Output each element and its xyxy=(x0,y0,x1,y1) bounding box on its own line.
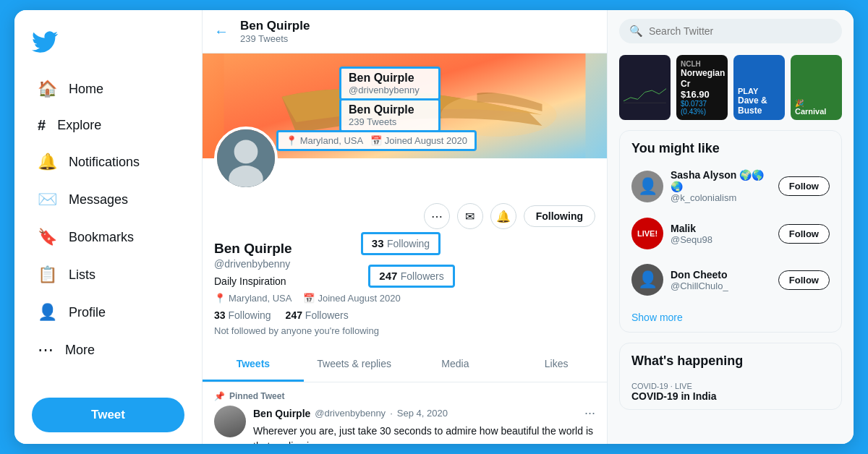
suggestion-name-3: Don Cheeto xyxy=(671,269,771,280)
profile-avatar xyxy=(214,127,278,190)
notifications-bell-button[interactable]: 🔔 xyxy=(490,203,516,229)
sidebar-item-home[interactable]: 🏠 Home xyxy=(20,71,196,107)
suggestion-handle-3: @ChillChulo_ xyxy=(671,280,771,291)
back-button[interactable]: ← xyxy=(214,23,229,40)
topbar-name: Ben Quirple xyxy=(240,19,310,33)
sidebar-item-label: Notifications xyxy=(69,155,140,170)
follow-button-2[interactable]: Follow xyxy=(778,224,830,244)
tweet-button[interactable]: Tweet xyxy=(32,398,184,432)
twitter-logo[interactable] xyxy=(14,22,202,71)
profile-handle: @drivenbybenny xyxy=(214,258,595,270)
happening-title-1: COVID-19 in India xyxy=(631,390,830,402)
sidebar-item-profile[interactable]: 👤 Profile xyxy=(20,294,196,330)
suggestion-name-2: Malik xyxy=(671,223,771,234)
profile-bio: Daily Inspiration xyxy=(214,275,595,287)
sidebar-item-label: Bookmarks xyxy=(69,230,134,245)
whats-happening-title: What's happening xyxy=(620,343,841,374)
profile-actions: ⋯ ✉ 🔔 Following 33 Following 247 Followe… xyxy=(203,196,607,235)
mail-icon: ✉️ xyxy=(38,190,57,209)
profile-tabs: Tweets Tweets & replies Media Likes xyxy=(203,348,607,382)
sidebar-item-label: Lists xyxy=(69,267,95,283)
tab-likes[interactable]: Likes xyxy=(506,348,607,382)
suggestion-info-1: Sasha Alyson 🌍🌎🌏 @k_colonialism xyxy=(671,169,771,203)
more-actions-button[interactable]: ⋯ xyxy=(424,203,450,229)
suggestion-item-2: LIVE! Malik @Sequ98 Follow xyxy=(620,210,841,257)
pinned-label: 📌 Pinned Tweet xyxy=(214,391,595,401)
bookmark-icon: 🔖 xyxy=(38,228,57,247)
location-meta: 📍 Maryland, USA xyxy=(214,293,292,304)
tab-tweets[interactable]: Tweets xyxy=(203,348,304,382)
tweet-avatar xyxy=(214,406,246,437)
pinned-tweet: 📌 Pinned Tweet Ben Quirple @drivenbybenn… xyxy=(203,382,607,444)
calendar-icon: 📅 xyxy=(303,293,315,304)
suggestion-handle-2: @Sequ98 xyxy=(671,234,771,245)
app-window: 🏠 Home # Explore 🔔 Notifications ✉️ Mess… xyxy=(14,10,854,444)
sidebar-item-notifications[interactable]: 🔔 Notifications xyxy=(20,144,196,180)
tweet-author-info: Ben Quirple @drivenbybenny · Sep 4, 2020 xyxy=(253,408,448,419)
topbar-tweet-count: 239 Tweets xyxy=(240,33,310,44)
location-icon: 📍 xyxy=(214,293,226,304)
follow-button-3[interactable]: Follow xyxy=(778,270,830,290)
suggestion-info-3: Don Cheeto @ChillChulo_ xyxy=(671,269,771,291)
svg-point-3 xyxy=(234,140,258,164)
home-icon: 🏠 xyxy=(38,80,57,98)
happening-label-1: COVID-19 · LIVE xyxy=(631,382,830,390)
suggestion-item-3: 👤 Don Cheeto @ChillChulo_ Follow xyxy=(620,257,841,303)
main-content: ← Ben Quirple 239 Tweets xyxy=(203,10,608,444)
show-more-link[interactable]: Show more xyxy=(620,303,841,332)
sidebar: 🏠 Home # Explore 🔔 Notifications ✉️ Mess… xyxy=(14,10,203,444)
following-button[interactable]: Following xyxy=(524,205,595,227)
profile-display-name: Ben Quirple xyxy=(214,241,595,257)
pin-icon: 📌 xyxy=(214,391,225,401)
not-followed-text: Not followed by anyone you're following xyxy=(214,325,595,336)
tab-replies[interactable]: Tweets & replies xyxy=(304,348,405,382)
tweet-date: · xyxy=(390,408,393,419)
tweet-row: Ben Quirple @drivenbybenny · Sep 4, 2020… xyxy=(214,406,595,444)
search-box: 🔍 xyxy=(619,19,842,43)
you-might-like-title: You might like xyxy=(620,131,841,162)
bell-icon: 🔔 xyxy=(38,153,57,171)
ad-card-play[interactable]: PLAY Dave & Buste xyxy=(733,55,785,120)
suggestion-info-2: Malik @Sequ98 xyxy=(671,223,771,245)
sidebar-item-label: Explore xyxy=(57,118,101,133)
ad-change: $0.0737 (0.43%) xyxy=(681,100,723,116)
sidebar-item-messages[interactable]: ✉️ Messages xyxy=(20,181,196,218)
person-icon: 👤 xyxy=(38,303,57,322)
suggestion-item-1: 👤 Sasha Alyson 🌍🌎🌏 @k_colonialism Follow xyxy=(620,162,841,210)
joined-meta: 📅 Joined August 2020 xyxy=(303,293,400,304)
tweet-content: Ben Quirple @drivenbybenny · Sep 4, 2020… xyxy=(253,406,595,444)
sidebar-nav: 🏠 Home # Explore 🔔 Notifications ✉️ Mess… xyxy=(14,71,202,389)
sidebar-item-bookmarks[interactable]: 🔖 Bookmarks xyxy=(20,219,196,255)
message-button[interactable]: ✉ xyxy=(457,203,483,229)
ad-card-chart[interactable] xyxy=(619,55,671,120)
right-panel: 🔍 NCLH Norwegian Cr $16.90 $0 xyxy=(608,10,854,444)
list-icon: 📋 xyxy=(38,265,57,284)
svg-point-1 xyxy=(441,93,557,137)
sidebar-item-label: Messages xyxy=(69,192,128,207)
sidebar-item-more[interactable]: ⋯ More xyxy=(20,332,196,368)
search-input[interactable] xyxy=(649,25,832,37)
profile-stats: 33 Following 247 Followers xyxy=(214,309,595,321)
sidebar-item-lists[interactable]: 📋 Lists xyxy=(20,257,196,293)
ad-price: $16.90 xyxy=(681,89,723,100)
tweet-more-button[interactable]: ··· xyxy=(584,406,595,421)
tweet-date-value: Sep 4, 2020 xyxy=(397,408,448,419)
ad-card-event[interactable]: 🎉 Carnival xyxy=(791,55,842,120)
tweet-author-name: Ben Quirple xyxy=(253,408,310,419)
suggestion-name-1: Sasha Alyson 🌍🌎🌏 xyxy=(671,169,771,192)
whats-happening-card: What's happening COVID-19 · LIVE COVID-1… xyxy=(619,343,842,410)
ad-label: NCLH xyxy=(681,60,723,68)
tab-media[interactable]: Media xyxy=(405,348,506,382)
sidebar-item-explore[interactable]: # Explore xyxy=(20,108,196,142)
following-stat[interactable]: 33 Following xyxy=(214,309,271,321)
followers-stat[interactable]: 247 Followers xyxy=(286,309,349,321)
ad-card-stock[interactable]: NCLH Norwegian Cr $16.90 $0.0737 (0.43%) xyxy=(676,55,728,120)
explore-icon: # xyxy=(38,117,46,134)
suggestion-avatar-1: 👤 xyxy=(631,171,663,202)
profile-topbar: ← Ben Quirple 239 Tweets xyxy=(203,10,607,53)
profile-banner-wrap: Ben Quirple @drivenbybenny Ben Quirple 2… xyxy=(203,53,607,158)
tweet-author-handle: @drivenbybenny xyxy=(315,408,386,419)
follow-button-1[interactable]: Follow xyxy=(778,176,830,196)
happening-item-1[interactable]: COVID-19 · LIVE COVID-19 in India xyxy=(620,374,841,409)
ad-cards: NCLH Norwegian Cr $16.90 $0.0737 (0.43%)… xyxy=(619,55,842,120)
